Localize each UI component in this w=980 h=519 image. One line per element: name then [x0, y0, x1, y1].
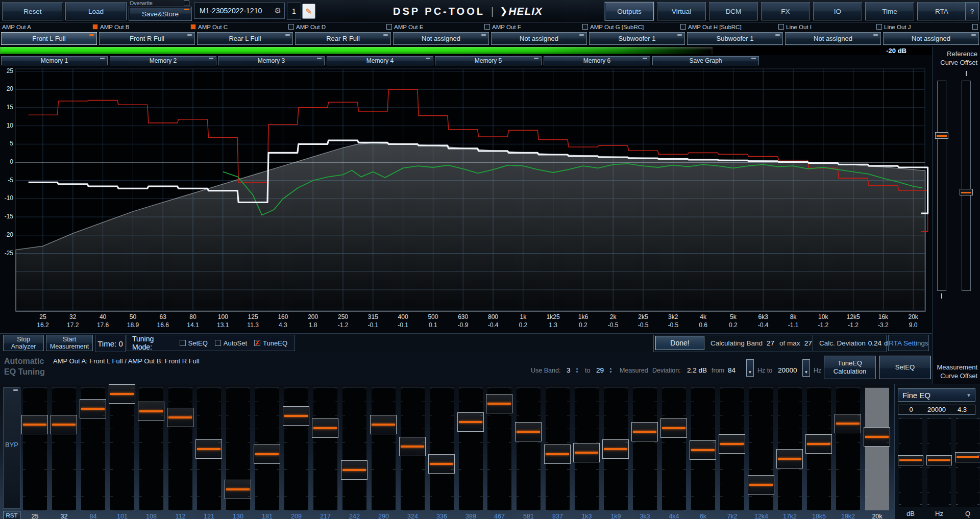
freq-to-value[interactable]: 20000	[778, 366, 797, 374]
eq-band-handle[interactable]	[544, 444, 571, 464]
eq-band-slider-108[interactable]	[139, 387, 163, 510]
eq-band-slider-209[interactable]	[284, 387, 308, 510]
eq-band-handle[interactable]	[167, 408, 193, 427]
memory-button-4[interactable]: Memory 4	[327, 56, 433, 65]
eq-band-slider-581[interactable]	[517, 387, 541, 510]
channel-assign-button[interactable]: Subwoofer 1	[589, 32, 685, 45]
load-button[interactable]: Load	[65, 2, 127, 20]
freq-from-value[interactable]: 84	[728, 366, 736, 374]
eq-band-slider-20k[interactable]	[865, 387, 889, 510]
eq-band-slider-6k[interactable]	[691, 387, 715, 510]
tuning-mode-checkbox[interactable]	[215, 340, 221, 346]
memory-button-1[interactable]: Memory 1	[1, 56, 108, 65]
eq-band-handle[interactable]	[80, 399, 106, 418]
eq-band-handle[interactable]	[776, 449, 803, 468]
eq-band-handle[interactable]	[341, 460, 368, 480]
eq-band-handle[interactable]	[138, 402, 164, 421]
eq-band-handle[interactable]	[370, 415, 397, 434]
measurement-curve-offset-slider[interactable]	[962, 81, 971, 291]
band-to-spinner[interactable]: ▴▾	[608, 365, 613, 375]
eq-band-slider-336[interactable]	[430, 387, 454, 510]
eq-band-slider-25[interactable]	[23, 387, 47, 510]
memory-button-6[interactable]: Memory 6	[544, 56, 650, 65]
channel-link-checkbox[interactable]	[582, 24, 588, 30]
config-number-field[interactable]: 1	[287, 3, 301, 20]
memory-button-5[interactable]: Memory 5	[435, 56, 542, 65]
tuning-mode-option-autoset[interactable]: AutoSet	[215, 339, 247, 347]
eq-band-slider-217[interactable]	[313, 387, 337, 510]
channel-link-checkbox[interactable]	[484, 24, 490, 30]
eq-band-slider-121[interactable]	[197, 387, 221, 510]
freq-from-dropdown[interactable]: ▼	[746, 359, 754, 377]
seteq-button[interactable]: SetEQ	[879, 356, 931, 379]
nav-button-time[interactable]: Time	[865, 2, 914, 20]
fine-eq-slider-q[interactable]	[956, 418, 979, 507]
fine-eq-slider-db[interactable]	[899, 418, 922, 507]
channel-assign-button[interactable]: Rear L Full	[197, 32, 293, 45]
help-button[interactable]: ?	[965, 2, 979, 20]
eq-band-handle[interactable]	[51, 415, 77, 434]
eq-band-handle[interactable]	[690, 440, 716, 460]
freq-to-dropdown[interactable]: ▼	[802, 359, 810, 377]
measurement-offset-handle[interactable]	[960, 189, 973, 195]
eq-band-slider-1k9[interactable]	[604, 387, 628, 510]
channel-assign-button[interactable]: Not assigned	[491, 32, 587, 45]
channel-assign-button[interactable]: Not assigned	[785, 32, 881, 45]
fine-eq-handle[interactable]	[926, 455, 952, 465]
memory-button-7[interactable]: Save Graph	[652, 56, 759, 65]
edit-icon[interactable]: ✎	[302, 4, 315, 19]
eq-band-slider-242[interactable]	[342, 387, 366, 510]
eq-band-handle[interactable]	[835, 414, 861, 433]
channel-link-checkbox[interactable]	[386, 24, 392, 30]
eq-band-handle[interactable]	[573, 443, 600, 462]
eq-band-handle[interactable]	[602, 439, 629, 459]
channel-assign-button[interactable]: Not assigned	[393, 32, 489, 45]
done-button[interactable]: Done!	[655, 336, 704, 350]
channel-link-checkbox[interactable]	[288, 24, 294, 30]
band-from-value[interactable]: 3	[567, 366, 571, 374]
fine-eq-dropdown[interactable]: Fine EQ ▼	[898, 388, 975, 402]
stop-analyzer-button[interactable]: Stop Analyzer	[3, 335, 44, 351]
channel-link-checkbox[interactable]	[876, 24, 882, 30]
tuning-mode-checkbox[interactable]	[180, 340, 186, 346]
tuning-mode-option-tuneeq[interactable]: ✗TuneEQ	[254, 339, 287, 347]
eq-band-handle[interactable]	[195, 439, 222, 459]
eq-band-slider-324[interactable]	[401, 387, 425, 510]
reset-button[interactable]: Reset	[2, 2, 63, 20]
channel-assign-button[interactable]: Subwoofer 1	[687, 32, 783, 45]
eq-band-slider-112[interactable]	[168, 387, 192, 510]
eq-band-slider-389[interactable]	[459, 387, 483, 510]
eq-band-handle[interactable]	[428, 454, 455, 474]
eq-band-handle[interactable]	[225, 480, 251, 499]
eq-band-handle[interactable]	[660, 418, 687, 438]
channel-link-checkbox[interactable]	[972, 24, 978, 30]
eq-band-slider-17k2[interactable]	[778, 387, 802, 510]
eq-band-slider-130[interactable]	[226, 387, 250, 510]
reference-curve-offset-slider[interactable]	[937, 81, 946, 291]
overwrite-checkbox[interactable]	[184, 1, 189, 6]
nav-button-outputs[interactable]: Outputs	[605, 2, 654, 20]
setup-name-field[interactable]: M1-23052022-1210 ⚙	[194, 3, 285, 19]
eq-band-handle[interactable]	[515, 422, 542, 441]
channel-assign-button[interactable]: Rear R Full	[295, 32, 391, 45]
eq-band-slider-290[interactable]	[372, 387, 396, 510]
eq-band-slider-467[interactable]	[487, 387, 511, 510]
eq-band-slider-7k2[interactable]	[720, 387, 744, 510]
eq-band-slider-19k2[interactable]	[836, 387, 860, 510]
eq-band-handle[interactable]	[748, 475, 774, 495]
eq-band-handle[interactable]	[457, 412, 484, 432]
eq-band-slider-32[interactable]	[52, 387, 76, 510]
channel-assign-button[interactable]: Not assigned	[883, 32, 979, 45]
start-measurement-button[interactable]: Start Measurement	[46, 335, 93, 351]
save-store-button[interactable]: Save&Store	[129, 7, 192, 21]
eq-band-handle[interactable]	[399, 437, 426, 456]
nav-button-rta[interactable]: RTA	[917, 2, 966, 20]
gear-icon[interactable]: ⚙	[275, 6, 281, 15]
tuning-mode-option-seteq[interactable]: SetEQ	[180, 339, 208, 347]
eq-band-slider-1k3[interactable]	[575, 387, 599, 510]
band-from-spinner[interactable]: ▴▾	[575, 365, 579, 375]
channel-link-checkbox[interactable]	[778, 24, 784, 30]
fine-eq-handle[interactable]	[955, 452, 980, 462]
memory-button-2[interactable]: Memory 2	[110, 56, 216, 65]
nav-button-dcm[interactable]: DCM	[709, 2, 758, 20]
